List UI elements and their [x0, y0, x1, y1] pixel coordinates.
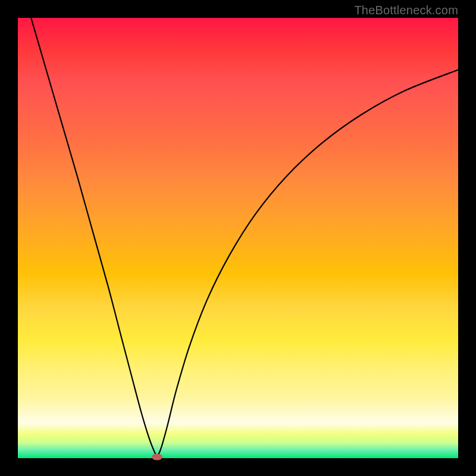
- chart-container: TheBottleneck.com: [0, 0, 476, 476]
- minimum-marker: [152, 453, 162, 460]
- bottleneck-curve: [18, 18, 458, 458]
- plot-area: [18, 18, 458, 458]
- watermark-text: TheBottleneck.com: [354, 4, 458, 17]
